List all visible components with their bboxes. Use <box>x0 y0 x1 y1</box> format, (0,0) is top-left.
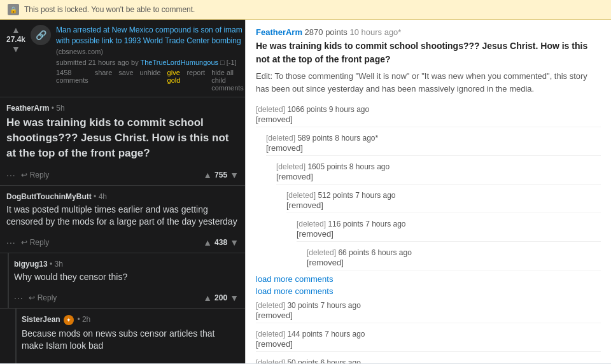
comment-more-dots[interactable]: ··· <box>22 361 31 363</box>
score-number: 200 <box>214 293 227 302</box>
comment-age: 4h <box>99 192 107 201</box>
vote-score: ▲ 438 ▼ <box>203 237 239 248</box>
score-downvote[interactable]: ▼ <box>230 293 239 303</box>
comment-block: DogButtTouchinMyButt • 4h It was posted … <box>0 186 245 253</box>
lock-icon: 🔒 <box>8 4 19 15</box>
comment-age: 3h <box>55 260 63 269</box>
load-more-link-1[interactable]: load more comments <box>256 274 601 284</box>
vote-score: ▲ 755 ▼ <box>203 170 239 180</box>
comment-text: He was training kids to commit school sh… <box>6 115 239 160</box>
rp-sub-comment: [deleted] 1605 points 8 hours ago [remov… <box>276 160 601 185</box>
score-upvote[interactable]: ▲ <box>203 170 212 180</box>
comment-more-dots[interactable]: ··· <box>14 293 24 303</box>
comment-author-line: bigyug13 • 3h <box>14 260 239 269</box>
upvote-arrow[interactable]: ▲ <box>11 25 20 35</box>
save-action[interactable]: save <box>118 69 133 92</box>
score-upvote[interactable]: ▲ <box>203 237 212 248</box>
reply-button[interactable]: ↩ Reply <box>29 293 57 302</box>
comment-author-line: DogButtTouchinMyButt • 4h <box>6 192 239 201</box>
rp-sub-comment: [deleted] 50 points 6 hours ago <box>256 356 601 363</box>
rp-comment-removed: [removed] <box>286 200 601 210</box>
rp-sub-comment: [deleted] 144 points 7 hours ago [remove… <box>256 327 601 352</box>
load-more-link-2[interactable]: load more comments <box>256 286 601 296</box>
comment-actions: ··· ↩ Reply ▲ 438 ▼ <box>6 234 239 253</box>
rp-author-line: FeatherArm 2870 points 10 hours ago* <box>256 27 601 37</box>
comment-block: SisterJean ✦ • 2h Because mods on news s… <box>15 309 245 363</box>
give-gold-action[interactable]: give gold <box>167 69 181 92</box>
comment-text: Why would they censor this? <box>14 271 239 284</box>
comment-author-line: SisterJean ✦ • 2h <box>22 315 239 325</box>
mod-badge: ✦ <box>64 315 74 325</box>
vote-score: ▲ 546 ▼ <box>203 361 239 363</box>
rp-comment-removed: [removed] <box>297 229 601 239</box>
reply-arrow-icon: ↩ <box>21 238 27 247</box>
vote-column: ▲ 27.4k ▼ <box>6 25 25 54</box>
left-panel: ▲ 27.4k ▼ 🔗 Man arrested at New Mexico c… <box>0 20 245 363</box>
post-domain: (cbsnews.com) <box>56 48 103 55</box>
rp-comment-meta: [deleted] 512 points 7 hours ago <box>286 191 601 200</box>
rp-sub-comment: [deleted] 30 points 7 hours ago [removed… <box>256 298 601 323</box>
rp-sub-comment: [deleted] 512 points 7 hours ago [remove… <box>286 188 601 213</box>
rp-author[interactable]: FeatherArm <box>256 27 302 37</box>
comment-author[interactable]: SisterJean <box>22 315 60 324</box>
rp-comment-removed: [removed] <box>307 258 601 267</box>
share-action[interactable]: share <box>95 69 113 92</box>
downvote-arrow[interactable]: ▼ <box>11 44 20 54</box>
comment-more-dots[interactable]: ··· <box>6 170 16 180</box>
lock-banner: 🔒 This post is locked. You won't be able… <box>0 0 611 20</box>
rp-comment-meta: [deleted] 1605 points 8 hours ago <box>276 162 601 171</box>
rp-comment-removed: [removed] <box>266 143 601 153</box>
reply-button[interactable]: ↩ Reply <box>21 238 50 247</box>
comment-text: Because mods on news subs censor article… <box>22 328 239 353</box>
comment-text: It was posted multiple times earlier and… <box>6 204 239 228</box>
comment-more-dots[interactable]: ··· <box>6 237 16 248</box>
score-number: 438 <box>214 238 227 247</box>
comment-author[interactable]: bigyug13 <box>14 260 48 269</box>
rp-edit-text: Edit: To those commenting "Well it is no… <box>256 70 601 95</box>
post-title[interactable]: Man arrested at New Mexico compound is s… <box>56 25 244 57</box>
score-downvote[interactable]: ▼ <box>230 170 239 180</box>
submitter-link[interactable]: TheTrueLordHumungous <box>141 59 219 66</box>
rp-main-text: He was training kids to commit school sh… <box>256 39 601 66</box>
rp-comment-meta: [deleted] 1066 points 9 hours ago <box>256 105 601 114</box>
post-submeta: submitted 21 hours ago by TheTrueLordHum… <box>56 59 244 66</box>
reply-arrow-icon: ↩ <box>21 171 27 179</box>
comment-author[interactable]: FeatherArm <box>6 104 49 113</box>
comment-actions: ··· ↩ Reply ▲ 200 ▼ <box>14 289 239 308</box>
report-action[interactable]: report <box>186 69 205 92</box>
rp-comment-removed: [removed] <box>256 311 601 320</box>
right-panel: FeatherArm 2870 points 10 hours ago* He … <box>245 20 611 363</box>
vote-score: ▲ 200 ▼ <box>203 293 239 303</box>
comment-actions: ··· ↩ Reply ▲ 546 ▼ <box>22 358 239 363</box>
hide-children-action[interactable]: hide all child comments <box>211 69 244 92</box>
score-number: 755 <box>214 171 227 179</box>
rp-sub-comment: [deleted] 1066 points 9 hours ago [remov… <box>256 102 601 127</box>
comment-actions: ··· ↩ Reply ▲ 755 ▼ <box>6 166 239 185</box>
rp-sub-comment: [deleted] 66 points 6 hours ago [removed… <box>307 246 601 270</box>
comment-block: FeatherArm • 5h He was training kids to … <box>0 97 245 185</box>
comment-block: bigyug13 • 3h Why would they censor this… <box>8 253 245 308</box>
comments-count[interactable]: 1458 comments <box>56 69 88 92</box>
link-icon: 🔗 <box>31 25 51 45</box>
rp-comment-removed: [removed] <box>256 115 601 124</box>
reply-button[interactable]: ↩ Reply <box>36 362 65 363</box>
comment-thread: FeatherArm • 5h He was training kids to … <box>0 97 245 363</box>
score-upvote[interactable]: ▲ <box>203 361 212 363</box>
comment-age: 5h <box>56 104 64 113</box>
comment-author[interactable]: DogButtTouchinMyButt <box>6 192 92 201</box>
comment-age: 2h <box>82 315 90 324</box>
score-number: 546 <box>214 362 227 363</box>
rp-comment-meta: [deleted] 144 points 7 hours ago <box>256 330 601 339</box>
rp-comment-meta: [deleted] 66 points 6 hours ago <box>307 248 601 257</box>
unhide-action[interactable]: unhide <box>140 69 161 92</box>
rp-comment-meta: [deleted] 589 points 8 hours ago* <box>266 134 601 143</box>
score-upvote[interactable]: ▲ <box>203 293 212 303</box>
score-downvote[interactable]: ▼ <box>230 237 239 248</box>
rp-sub-comment: [deleted] 116 points 7 hours ago [remove… <box>297 217 601 242</box>
rp-comment-meta: [deleted] 116 points 7 hours ago <box>297 220 601 228</box>
comment-author-line: FeatherArm • 5h <box>6 104 239 113</box>
rp-comment-removed: [removed] <box>276 172 601 181</box>
lock-banner-text: This post is locked. You won't be able t… <box>24 5 195 14</box>
reply-button[interactable]: ↩ Reply <box>21 171 50 179</box>
score-downvote[interactable]: ▼ <box>230 361 239 363</box>
